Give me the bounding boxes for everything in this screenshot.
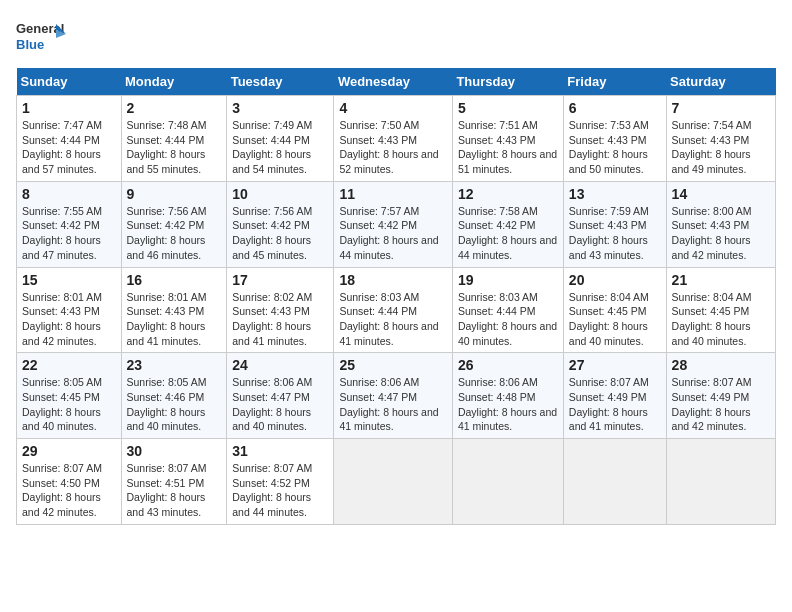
day-info: Sunrise: 7:49 AM Sunset: 4:44 PM Dayligh… <box>232 118 328 177</box>
day-number: 2 <box>127 100 222 116</box>
day-number: 5 <box>458 100 558 116</box>
day-info: Sunrise: 7:57 AM Sunset: 4:42 PM Dayligh… <box>339 204 447 263</box>
day-info: Sunrise: 8:04 AM Sunset: 4:45 PM Dayligh… <box>672 290 770 349</box>
calendar-cell: 19Sunrise: 8:03 AM Sunset: 4:44 PM Dayli… <box>452 267 563 353</box>
day-info: Sunrise: 8:07 AM Sunset: 4:49 PM Dayligh… <box>672 375 770 434</box>
day-number: 31 <box>232 443 328 459</box>
svg-text:Blue: Blue <box>16 37 44 52</box>
calendar-cell: 9Sunrise: 7:56 AM Sunset: 4:42 PM Daylig… <box>121 181 227 267</box>
day-number: 6 <box>569 100 661 116</box>
day-number: 30 <box>127 443 222 459</box>
day-info: Sunrise: 7:56 AM Sunset: 4:42 PM Dayligh… <box>232 204 328 263</box>
day-info: Sunrise: 8:07 AM Sunset: 4:52 PM Dayligh… <box>232 461 328 520</box>
calendar-cell: 29Sunrise: 8:07 AM Sunset: 4:50 PM Dayli… <box>17 439 122 525</box>
calendar-cell: 1Sunrise: 7:47 AM Sunset: 4:44 PM Daylig… <box>17 96 122 182</box>
day-info: Sunrise: 8:05 AM Sunset: 4:46 PM Dayligh… <box>127 375 222 434</box>
calendar-body: 1Sunrise: 7:47 AM Sunset: 4:44 PM Daylig… <box>17 96 776 525</box>
calendar-cell: 20Sunrise: 8:04 AM Sunset: 4:45 PM Dayli… <box>563 267 666 353</box>
calendar-cell: 3Sunrise: 7:49 AM Sunset: 4:44 PM Daylig… <box>227 96 334 182</box>
day-number: 17 <box>232 272 328 288</box>
day-number: 1 <box>22 100 116 116</box>
calendar-cell: 12Sunrise: 7:58 AM Sunset: 4:42 PM Dayli… <box>452 181 563 267</box>
calendar-table: SundayMondayTuesdayWednesdayThursdayFrid… <box>16 68 776 525</box>
col-header-sunday: Sunday <box>17 68 122 96</box>
day-info: Sunrise: 8:07 AM Sunset: 4:49 PM Dayligh… <box>569 375 661 434</box>
calendar-cell <box>452 439 563 525</box>
day-number: 18 <box>339 272 447 288</box>
day-number: 22 <box>22 357 116 373</box>
day-info: Sunrise: 8:06 AM Sunset: 4:47 PM Dayligh… <box>232 375 328 434</box>
calendar-cell: 4Sunrise: 7:50 AM Sunset: 4:43 PM Daylig… <box>334 96 453 182</box>
col-header-friday: Friday <box>563 68 666 96</box>
calendar-week-1: 1Sunrise: 7:47 AM Sunset: 4:44 PM Daylig… <box>17 96 776 182</box>
calendar-cell: 6Sunrise: 7:53 AM Sunset: 4:43 PM Daylig… <box>563 96 666 182</box>
day-info: Sunrise: 7:53 AM Sunset: 4:43 PM Dayligh… <box>569 118 661 177</box>
calendar-cell: 26Sunrise: 8:06 AM Sunset: 4:48 PM Dayli… <box>452 353 563 439</box>
calendar-cell: 15Sunrise: 8:01 AM Sunset: 4:43 PM Dayli… <box>17 267 122 353</box>
day-number: 25 <box>339 357 447 373</box>
day-number: 24 <box>232 357 328 373</box>
calendar-cell <box>666 439 775 525</box>
calendar-cell: 24Sunrise: 8:06 AM Sunset: 4:47 PM Dayli… <box>227 353 334 439</box>
day-info: Sunrise: 7:55 AM Sunset: 4:42 PM Dayligh… <box>22 204 116 263</box>
calendar-cell: 28Sunrise: 8:07 AM Sunset: 4:49 PM Dayli… <box>666 353 775 439</box>
day-number: 29 <box>22 443 116 459</box>
day-number: 7 <box>672 100 770 116</box>
day-info: Sunrise: 7:50 AM Sunset: 4:43 PM Dayligh… <box>339 118 447 177</box>
calendar-week-3: 15Sunrise: 8:01 AM Sunset: 4:43 PM Dayli… <box>17 267 776 353</box>
day-info: Sunrise: 8:00 AM Sunset: 4:43 PM Dayligh… <box>672 204 770 263</box>
day-info: Sunrise: 8:03 AM Sunset: 4:44 PM Dayligh… <box>339 290 447 349</box>
day-number: 8 <box>22 186 116 202</box>
day-info: Sunrise: 8:04 AM Sunset: 4:45 PM Dayligh… <box>569 290 661 349</box>
day-info: Sunrise: 7:59 AM Sunset: 4:43 PM Dayligh… <box>569 204 661 263</box>
day-info: Sunrise: 7:54 AM Sunset: 4:43 PM Dayligh… <box>672 118 770 177</box>
calendar-cell: 2Sunrise: 7:48 AM Sunset: 4:44 PM Daylig… <box>121 96 227 182</box>
calendar-cell: 23Sunrise: 8:05 AM Sunset: 4:46 PM Dayli… <box>121 353 227 439</box>
day-number: 11 <box>339 186 447 202</box>
page-header: GeneralBlue <box>16 16 776 56</box>
day-info: Sunrise: 8:06 AM Sunset: 4:47 PM Dayligh… <box>339 375 447 434</box>
calendar-cell <box>334 439 453 525</box>
logo: GeneralBlue <box>16 16 66 56</box>
calendar-cell: 22Sunrise: 8:05 AM Sunset: 4:45 PM Dayli… <box>17 353 122 439</box>
col-header-thursday: Thursday <box>452 68 563 96</box>
day-number: 14 <box>672 186 770 202</box>
calendar-cell: 25Sunrise: 8:06 AM Sunset: 4:47 PM Dayli… <box>334 353 453 439</box>
day-number: 10 <box>232 186 328 202</box>
calendar-cell: 18Sunrise: 8:03 AM Sunset: 4:44 PM Dayli… <box>334 267 453 353</box>
calendar-cell: 10Sunrise: 7:56 AM Sunset: 4:42 PM Dayli… <box>227 181 334 267</box>
calendar-week-2: 8Sunrise: 7:55 AM Sunset: 4:42 PM Daylig… <box>17 181 776 267</box>
calendar-cell <box>563 439 666 525</box>
calendar-cell: 13Sunrise: 7:59 AM Sunset: 4:43 PM Dayli… <box>563 181 666 267</box>
col-header-wednesday: Wednesday <box>334 68 453 96</box>
day-info: Sunrise: 7:56 AM Sunset: 4:42 PM Dayligh… <box>127 204 222 263</box>
day-number: 19 <box>458 272 558 288</box>
day-number: 21 <box>672 272 770 288</box>
calendar-week-4: 22Sunrise: 8:05 AM Sunset: 4:45 PM Dayli… <box>17 353 776 439</box>
col-header-saturday: Saturday <box>666 68 775 96</box>
day-number: 15 <box>22 272 116 288</box>
day-info: Sunrise: 8:05 AM Sunset: 4:45 PM Dayligh… <box>22 375 116 434</box>
day-number: 20 <box>569 272 661 288</box>
calendar-cell: 30Sunrise: 8:07 AM Sunset: 4:51 PM Dayli… <box>121 439 227 525</box>
calendar-header-row: SundayMondayTuesdayWednesdayThursdayFrid… <box>17 68 776 96</box>
day-info: Sunrise: 8:01 AM Sunset: 4:43 PM Dayligh… <box>127 290 222 349</box>
day-number: 27 <box>569 357 661 373</box>
day-info: Sunrise: 8:02 AM Sunset: 4:43 PM Dayligh… <box>232 290 328 349</box>
day-info: Sunrise: 7:58 AM Sunset: 4:42 PM Dayligh… <box>458 204 558 263</box>
day-number: 23 <box>127 357 222 373</box>
col-header-monday: Monday <box>121 68 227 96</box>
day-number: 12 <box>458 186 558 202</box>
calendar-cell: 14Sunrise: 8:00 AM Sunset: 4:43 PM Dayli… <box>666 181 775 267</box>
day-info: Sunrise: 7:51 AM Sunset: 4:43 PM Dayligh… <box>458 118 558 177</box>
day-info: Sunrise: 7:47 AM Sunset: 4:44 PM Dayligh… <box>22 118 116 177</box>
col-header-tuesday: Tuesday <box>227 68 334 96</box>
day-number: 16 <box>127 272 222 288</box>
day-info: Sunrise: 7:48 AM Sunset: 4:44 PM Dayligh… <box>127 118 222 177</box>
day-info: Sunrise: 8:07 AM Sunset: 4:50 PM Dayligh… <box>22 461 116 520</box>
calendar-cell: 27Sunrise: 8:07 AM Sunset: 4:49 PM Dayli… <box>563 353 666 439</box>
day-number: 9 <box>127 186 222 202</box>
calendar-cell: 31Sunrise: 8:07 AM Sunset: 4:52 PM Dayli… <box>227 439 334 525</box>
day-number: 3 <box>232 100 328 116</box>
calendar-cell: 8Sunrise: 7:55 AM Sunset: 4:42 PM Daylig… <box>17 181 122 267</box>
